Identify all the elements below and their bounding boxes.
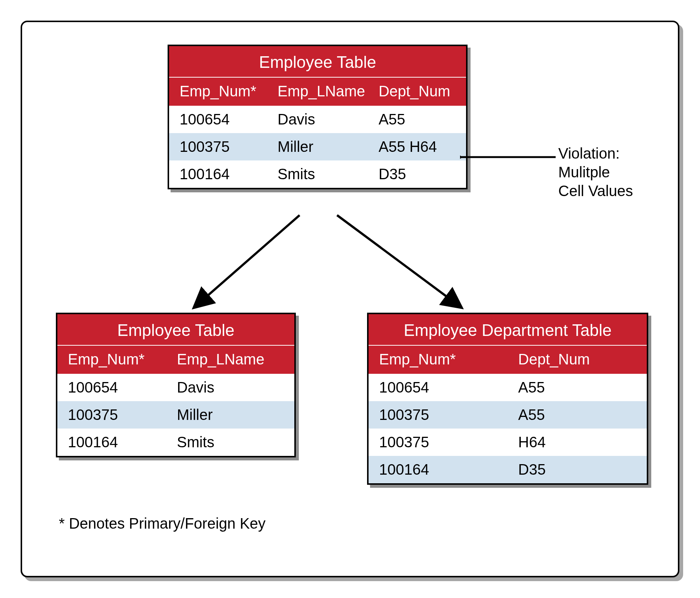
table-headers: Emp_Num* Emp_LName [57, 346, 294, 374]
diagram-frame: Employee Table Emp_Num* Emp_LName Dept_N… [21, 21, 679, 577]
cell: A55 [508, 374, 647, 401]
cell: Davis [267, 106, 368, 133]
svg-line-1 [195, 215, 300, 307]
table-row: 100375 Miller A55 H64 [169, 133, 466, 160]
table-row: 100164 Smits [57, 429, 294, 456]
cell: 100654 [369, 374, 508, 401]
cell: 100164 [369, 456, 508, 483]
header-cell: Emp_LName [166, 349, 294, 369]
header-cell: Emp_Num* [57, 349, 166, 369]
header-cell: Emp_Num* [369, 349, 508, 369]
arrow-split-right-icon [322, 211, 472, 313]
table-row: 100375 Miller [57, 401, 294, 429]
cell: Miller [166, 401, 294, 429]
table-headers: Emp_Num* Dept_Num [369, 346, 647, 374]
svg-line-2 [337, 215, 461, 307]
cell: 100375 [369, 401, 508, 429]
table-row: 100164 Smits D35 [169, 160, 466, 188]
violation-annotation: Violation: Mulitple Cell Values [558, 144, 633, 200]
annotation-line: Mulitple [558, 163, 633, 181]
cell-violation: A55 H64 [368, 133, 466, 160]
header-cell: Dept_Num [508, 349, 647, 369]
cell: A55 [508, 401, 647, 429]
header-cell: Dept_Num [368, 81, 466, 101]
top-employee-table: Employee Table Emp_Num* Emp_LName Dept_N… [168, 45, 468, 189]
cell: 100164 [57, 429, 166, 456]
bottom-right-department-table: Employee Department Table Emp_Num* Dept_… [367, 313, 648, 485]
cell: 100375 [57, 401, 166, 429]
annotation-line: Cell Values [558, 181, 633, 200]
annotation-line: Violation: [558, 144, 633, 163]
cell: Miller [267, 133, 368, 160]
cell: 100164 [169, 160, 267, 188]
cell: Smits [267, 160, 368, 188]
header-cell: Emp_LName [267, 81, 368, 101]
table-row: 100375 H64 [369, 429, 647, 456]
table-row: 100654 Davis [57, 374, 294, 401]
table-row: 100654 Davis A55 [169, 106, 466, 133]
header-cell: Emp_Num* [169, 81, 267, 101]
cell: 100375 [369, 429, 508, 456]
cell: 100654 [57, 374, 166, 401]
cell: D35 [368, 160, 466, 188]
table-title: Employee Department Table [369, 314, 647, 346]
table-row: 100164 D35 [369, 456, 647, 483]
cell: 100654 [169, 106, 267, 133]
footnote-primary-key: * Denotes Primary/Foreign Key [59, 515, 265, 532]
cell: Smits [166, 429, 294, 456]
cell: D35 [508, 456, 647, 483]
bottom-left-employee-table: Employee Table Emp_Num* Emp_LName 100654… [56, 313, 296, 457]
table-row: 100375 A55 [369, 401, 647, 429]
page: Employee Table Emp_Num* Emp_LName Dept_N… [0, 0, 700, 598]
arrow-annotation-icon [460, 146, 558, 168]
cell: 100375 [169, 133, 267, 160]
table-title: Employee Table [169, 46, 466, 78]
table-title: Employee Table [57, 314, 294, 346]
cell: Davis [166, 374, 294, 401]
cell: H64 [508, 429, 647, 456]
table-row: 100654 A55 [369, 374, 647, 401]
table-headers: Emp_Num* Emp_LName Dept_Num [169, 78, 466, 106]
arrow-split-left-icon [183, 211, 318, 313]
cell: A55 [368, 106, 466, 133]
